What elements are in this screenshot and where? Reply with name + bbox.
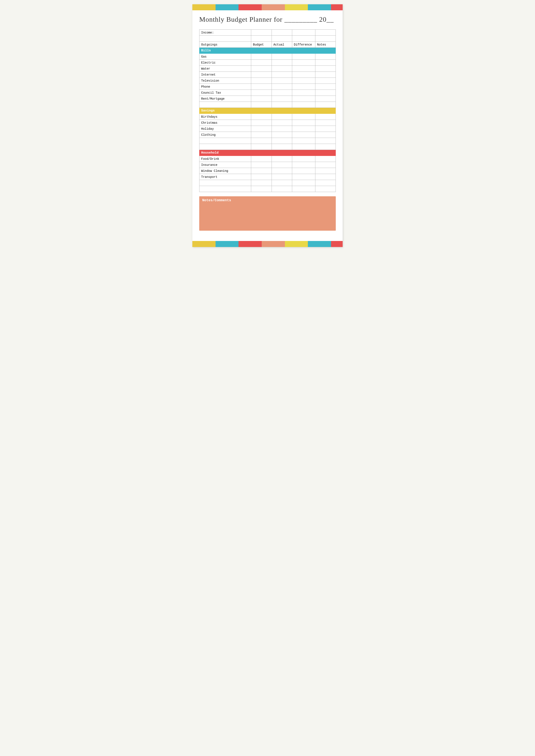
cell-transport-notes[interactable] (315, 174, 336, 180)
cell-water-diff[interactable] (292, 66, 315, 72)
cell-electric-budget[interactable] (251, 60, 271, 66)
cell-electric-notes[interactable] (315, 60, 336, 66)
cell-phone-notes[interactable] (315, 84, 336, 90)
cell-tv-budget[interactable] (251, 78, 271, 84)
cell-rent-notes[interactable] (315, 96, 336, 102)
bottom-bar-segment-1 (192, 241, 215, 247)
row-label-clothing: Clothing (199, 132, 251, 138)
cell-insurance-diff[interactable] (292, 162, 315, 168)
table-row: Gas (199, 54, 336, 60)
cell-council-budget[interactable] (251, 90, 271, 96)
notes-section: Notes/Comments (199, 196, 336, 231)
cell-christmas-diff[interactable] (292, 120, 315, 126)
category-row-savings: Savings (199, 108, 336, 114)
cell-food-budget[interactable] (251, 156, 271, 162)
notes-title: Notes/Comments (202, 198, 333, 202)
cell-holiday-diff[interactable] (292, 126, 315, 132)
cell-insurance-budget[interactable] (251, 162, 271, 168)
cell-clothing-actual[interactable] (271, 132, 292, 138)
income-actual-cell[interactable] (271, 30, 292, 36)
cell-phone-actual[interactable] (271, 84, 292, 90)
table-row: Water (199, 66, 336, 72)
cell-insurance-actual[interactable] (271, 162, 292, 168)
cell-rent-actual[interactable] (271, 96, 292, 102)
cell-gas-actual[interactable] (271, 54, 292, 60)
row-label-food-drink: Food/Drink (199, 156, 251, 162)
column-header-row: Outgoings Budget Actual Difference Notes (199, 42, 336, 48)
cell-clothing-budget[interactable] (251, 132, 271, 138)
page: Monthly Budget Planner for _________ 20_… (192, 4, 343, 247)
top-color-bar (192, 4, 343, 10)
cell-holiday-budget[interactable] (251, 126, 271, 132)
cell-christmas-notes[interactable] (315, 120, 336, 126)
cell-water-budget[interactable] (251, 66, 271, 72)
income-diff-cell[interactable] (292, 30, 315, 36)
bottom-bar-segment-2 (215, 241, 239, 247)
category-label-savings: Savings (199, 108, 336, 114)
income-row: Income: (199, 30, 336, 36)
cell-birthdays-actual[interactable] (271, 114, 292, 120)
category-row-household: Household (199, 150, 336, 156)
row-label-water: Water (199, 66, 251, 72)
cell-transport-actual[interactable] (271, 174, 292, 180)
income-budget-cell[interactable] (251, 30, 271, 36)
color-bar-segment-7 (331, 4, 343, 10)
cell-water-notes[interactable] (315, 66, 336, 72)
cell-gas-diff[interactable] (292, 54, 315, 60)
cell-birthdays-budget[interactable] (251, 114, 271, 120)
category-label-household: Household (199, 150, 336, 156)
cell-food-diff[interactable] (292, 156, 315, 162)
cell-food-actual[interactable] (271, 156, 292, 162)
cell-window-budget[interactable] (251, 168, 271, 174)
row-label-phone: Phone (199, 84, 251, 90)
cell-internet-budget[interactable] (251, 72, 271, 78)
cell-council-actual[interactable] (271, 90, 292, 96)
cell-clothing-diff[interactable] (292, 132, 315, 138)
bottom-bar-segment-7 (331, 241, 343, 247)
cell-transport-diff[interactable] (292, 174, 315, 180)
cell-window-actual[interactable] (271, 168, 292, 174)
cell-tv-actual[interactable] (271, 78, 292, 84)
cell-christmas-budget[interactable] (251, 120, 271, 126)
spacer-row-2 (199, 102, 336, 108)
cell-electric-diff[interactable] (292, 60, 315, 66)
cell-christmas-actual[interactable] (271, 120, 292, 126)
cell-clothing-notes[interactable] (315, 132, 336, 138)
cell-rent-budget[interactable] (251, 96, 271, 102)
cell-phone-diff[interactable] (292, 84, 315, 90)
cell-rent-diff[interactable] (292, 96, 315, 102)
cell-electric-actual[interactable] (271, 60, 292, 66)
cell-council-notes[interactable] (315, 90, 336, 96)
row-label-television: Television (199, 78, 251, 84)
row-label-rent-mortgage: Rent/Mortgage (199, 96, 251, 102)
spacer-row-3 (199, 138, 336, 144)
cell-holiday-notes[interactable] (315, 126, 336, 132)
table-row: Rent/Mortgage (199, 96, 336, 102)
cell-window-diff[interactable] (292, 168, 315, 174)
cell-birthdays-diff[interactable] (292, 114, 315, 120)
category-row-bills: Bills (199, 48, 336, 54)
cell-phone-budget[interactable] (251, 84, 271, 90)
cell-holiday-actual[interactable] (271, 126, 292, 132)
cell-gas-notes[interactable] (315, 54, 336, 60)
income-label: Income: (199, 30, 251, 36)
cell-internet-notes[interactable] (315, 72, 336, 78)
cell-tv-diff[interactable] (292, 78, 315, 84)
cell-food-notes[interactable] (315, 156, 336, 162)
cell-internet-actual[interactable] (271, 72, 292, 78)
col-header-outgoings: Outgoings (199, 42, 251, 48)
table-row: Clothing (199, 132, 336, 138)
cell-insurance-notes[interactable] (315, 162, 336, 168)
cell-transport-budget[interactable] (251, 174, 271, 180)
cell-birthdays-notes[interactable] (315, 114, 336, 120)
spacer-row-5 (199, 180, 336, 186)
cell-council-diff[interactable] (292, 90, 315, 96)
spacer-row-6 (199, 186, 336, 192)
cell-gas-budget[interactable] (251, 54, 271, 60)
cell-internet-diff[interactable] (292, 72, 315, 78)
income-notes-cell[interactable] (315, 30, 336, 36)
cell-window-notes[interactable] (315, 168, 336, 174)
row-label-gas: Gas (199, 54, 251, 60)
cell-tv-notes[interactable] (315, 78, 336, 84)
cell-water-actual[interactable] (271, 66, 292, 72)
